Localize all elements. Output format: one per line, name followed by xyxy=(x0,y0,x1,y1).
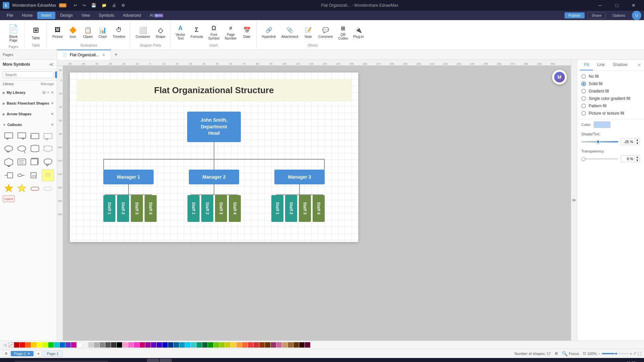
shape-item[interactable] xyxy=(29,130,41,142)
close-library-icon[interactable]: ✕ xyxy=(51,90,54,95)
palette-color[interactable] xyxy=(214,342,219,348)
shape-item[interactable] xyxy=(42,182,54,194)
add-folder-icon[interactable]: + xyxy=(47,90,49,95)
ribbon-chart[interactable]: 📊 Chart xyxy=(96,25,109,40)
palette-color[interactable] xyxy=(37,342,42,348)
palette-color[interactable] xyxy=(14,342,19,348)
fill-option-gradient[interactable]: Gradient fill xyxy=(577,87,644,95)
palette-color[interactable] xyxy=(225,342,230,348)
ribbon-page-number[interactable]: # PageNumber xyxy=(223,23,239,42)
publish-button[interactable]: Publish xyxy=(565,12,585,18)
palette-color[interactable] xyxy=(128,342,133,348)
close-basic-icon[interactable]: ✕ xyxy=(51,101,54,106)
staff-3-4[interactable]: Staff 4 xyxy=(313,195,325,222)
tab-add-button[interactable]: + xyxy=(111,50,121,60)
shape-item[interactable] xyxy=(29,156,41,168)
shape-item[interactable] xyxy=(29,182,41,194)
fit-page-btn[interactable]: ⤢ xyxy=(633,351,636,356)
ribbon-container[interactable]: ⬜ Container xyxy=(133,25,152,40)
staff-1-2[interactable]: Staff 2 xyxy=(117,195,129,222)
palette-color[interactable] xyxy=(254,342,259,348)
add-page-btn[interactable]: + xyxy=(35,350,42,357)
ribbon-blank-page[interactable]: 📄 BlankPage xyxy=(5,22,21,44)
palette-color[interactable] xyxy=(305,342,310,348)
palette-color[interactable] xyxy=(271,342,276,348)
ribbon-date[interactable]: 📅 Date xyxy=(240,25,254,40)
palette-color[interactable] xyxy=(282,342,287,348)
shape-item[interactable] xyxy=(16,182,28,194)
ribbon-attachment[interactable]: 📎 Attachment xyxy=(279,25,300,40)
add-library-icon[interactable]: ⊞ xyxy=(42,90,46,95)
fill-tab-fill[interactable]: Fill xyxy=(580,60,593,70)
manage-link[interactable]: Manage xyxy=(41,82,54,86)
canvas-area[interactable]: M Flat Organizational Structure xyxy=(63,66,571,341)
palette-color[interactable] xyxy=(117,342,122,348)
ribbon-table[interactable]: ⊞ Table xyxy=(28,23,44,41)
palette-color[interactable] xyxy=(134,342,139,348)
manager-box-1[interactable]: Manager 1 xyxy=(103,170,154,184)
fill-option-none[interactable]: No fill xyxy=(577,73,644,80)
palette-color[interactable] xyxy=(293,342,299,348)
ribbon-shape[interactable]: ◇ Shape xyxy=(154,25,167,40)
menu-view[interactable]: View xyxy=(77,12,94,19)
palette-color[interactable] xyxy=(105,342,111,348)
menu-advanced[interactable]: Advanced xyxy=(119,12,145,19)
ribbon-plugin[interactable]: 🔌 Plug-in xyxy=(351,25,366,40)
palette-color[interactable] xyxy=(231,342,236,348)
focus-mode[interactable]: 🔍 Focus xyxy=(562,351,579,356)
zoom-in-btn[interactable]: + xyxy=(630,352,632,356)
full-screen-btn[interactable]: ⛶ xyxy=(638,352,641,356)
palette-color[interactable] xyxy=(185,342,191,348)
shape-item[interactable]: Legend xyxy=(3,195,15,202)
shape-item[interactable] xyxy=(29,143,41,155)
palette-color[interactable] xyxy=(48,342,54,348)
staff-2-3[interactable]: Staff 3 xyxy=(215,195,227,222)
taskbar-explorer[interactable]: 📁 xyxy=(134,359,146,362)
org-head-box[interactable]: John Smith, Department Head xyxy=(187,112,241,142)
page-grid-view[interactable]: ⊞ xyxy=(3,350,9,357)
shape-item[interactable] xyxy=(42,156,54,168)
settings-btn[interactable]: ⚙ xyxy=(119,2,127,8)
close-callouts-icon[interactable]: ✕ xyxy=(51,122,54,127)
palette-color[interactable] xyxy=(43,342,48,348)
palette-color[interactable] xyxy=(25,342,31,348)
shape-item[interactable] xyxy=(16,130,28,142)
shade-up[interactable]: ▲ xyxy=(635,138,640,142)
palette-color[interactable] xyxy=(65,342,71,348)
print-btn[interactable]: 🖨 xyxy=(110,2,118,8)
staff-3-2[interactable]: Staff 2 xyxy=(285,195,297,222)
palette-color[interactable] xyxy=(100,342,105,348)
transparency-up[interactable]: ▲ xyxy=(635,156,640,159)
page-tab[interactable]: Page-1 ▼ xyxy=(11,351,34,356)
close-arrow-icon[interactable]: ✕ xyxy=(51,112,54,116)
staff-3-3[interactable]: Staff 3 xyxy=(299,195,311,222)
fill-tab-shadow[interactable]: Shadow xyxy=(609,60,631,70)
color-picker[interactable] xyxy=(594,121,610,128)
staff-2-4[interactable]: Staff 4 xyxy=(229,195,241,222)
undo-btn[interactable]: ↩ xyxy=(72,2,79,8)
palette-color[interactable] xyxy=(197,342,202,348)
shape-item[interactable] xyxy=(3,156,15,168)
palette-scroll-left[interactable]: ◁ xyxy=(1,342,8,348)
palette-color[interactable] xyxy=(162,342,168,348)
ribbon-formula[interactable]: Σ Formula xyxy=(189,25,205,40)
shape-item[interactable] xyxy=(42,169,54,181)
staff-2-1[interactable]: Staff 1 xyxy=(187,195,200,222)
tab-close-icon[interactable]: ✕ xyxy=(102,53,105,57)
minimize-btn[interactable]: ─ xyxy=(592,0,608,11)
taskbar-edge[interactable]: 🌐 xyxy=(121,359,133,362)
zoom-fit-icon[interactable]: ⊡ xyxy=(583,351,586,356)
page-tab-2[interactable]: Page-1 xyxy=(43,351,62,357)
panel-collapse-icon[interactable]: ≪ xyxy=(49,62,54,67)
folder-btn[interactable]: 📁 xyxy=(100,2,109,8)
palette-color[interactable] xyxy=(77,342,82,348)
ribbon-vector-text[interactable]: A VectorText xyxy=(174,23,187,42)
shape-item[interactable] xyxy=(3,130,15,142)
palette-color[interactable] xyxy=(54,342,59,348)
palette-color[interactable] xyxy=(20,342,25,348)
menu-ai[interactable]: AI BETA xyxy=(146,12,167,19)
shape-item[interactable] xyxy=(16,156,28,168)
right-panel-collapse[interactable]: ≫ xyxy=(571,60,577,341)
palette-color[interactable] xyxy=(191,342,196,348)
taskbar-word[interactable]: W xyxy=(147,359,159,362)
